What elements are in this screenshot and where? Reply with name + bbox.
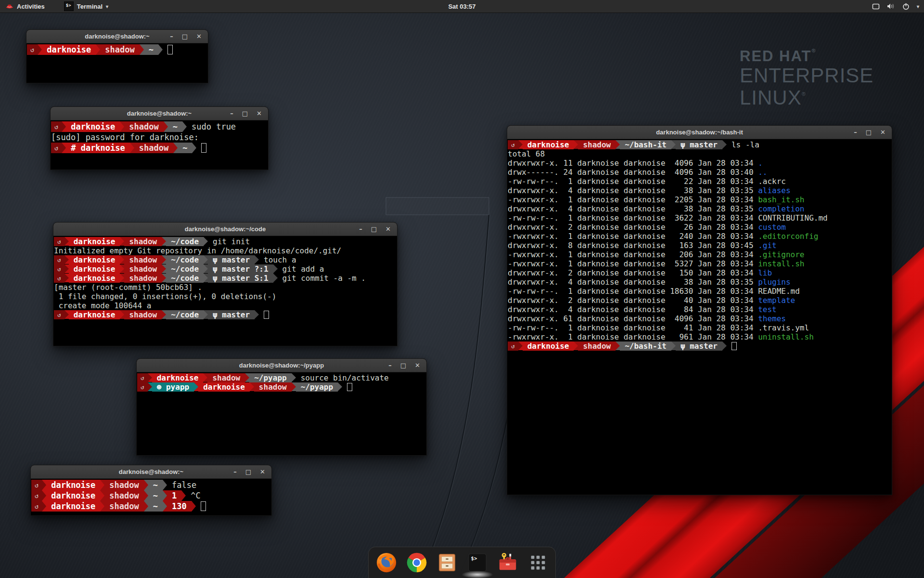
minimize-button[interactable]: – bbox=[388, 359, 392, 372]
prompt-segment-host: shadow bbox=[104, 490, 143, 501]
prompt-segment-path: ~/code bbox=[166, 255, 204, 264]
prompt-segment-host: shadow bbox=[134, 143, 173, 153]
volume-icon[interactable] bbox=[887, 3, 895, 10]
os-logo-icon: ↺ bbox=[31, 501, 42, 512]
prompt-line: ↺darknoiseshadow~/bash-itψ masterls -la bbox=[508, 140, 892, 149]
minimize-button[interactable]: – bbox=[359, 223, 362, 236]
prompt-segment-path: ~ bbox=[178, 143, 192, 153]
dock-item-app-grid[interactable] bbox=[527, 552, 549, 574]
powerline-separator bbox=[245, 373, 249, 382]
dock-item-chrome[interactable] bbox=[406, 552, 428, 574]
maximize-button[interactable]: □ bbox=[371, 223, 377, 236]
command-text: sudo true bbox=[187, 121, 236, 132]
dock-item-terminal[interactable]: $> bbox=[466, 552, 488, 574]
file-attributes: drwxrwxr-x. 4 darknoise darknoise 38 Jan… bbox=[508, 204, 758, 213]
prompt-segment-host: shadow bbox=[104, 501, 143, 512]
powerline-separator bbox=[144, 480, 148, 490]
prompt-line: ↺⊛ pyappdarknoiseshadow~/pyapp bbox=[137, 382, 426, 392]
powerline-separator bbox=[42, 501, 46, 512]
file-name: install.sh bbox=[758, 259, 804, 268]
prompt-line: ↺darknoiseshadow~ bbox=[27, 44, 208, 55]
power-icon[interactable] bbox=[902, 3, 910, 10]
file-name: .. bbox=[758, 168, 767, 177]
terminal-content[interactable]: ↺darknoiseshadow~/bash-itψ masterls -lat… bbox=[507, 139, 892, 495]
close-button[interactable]: ✕ bbox=[260, 465, 265, 478]
prompt-segment-ret: 130 bbox=[167, 501, 192, 512]
file-name: README.md bbox=[758, 287, 800, 296]
command-text: git add a bbox=[278, 264, 324, 274]
powerline-separator bbox=[162, 310, 166, 319]
command-text: git init bbox=[208, 237, 250, 246]
minimize-button[interactable]: – bbox=[854, 126, 857, 139]
prompt-segment-path: ~/pyapp bbox=[249, 373, 291, 382]
titlebar[interactable]: darknoise@shadow:~/code–□✕ bbox=[53, 223, 397, 236]
prompt-line: ↺darknoiseshadow~/bash-itψ master bbox=[508, 342, 892, 351]
terminal-window[interactable]: darknoise@shadow:~–□✕↺darknoiseshadow~fa… bbox=[30, 465, 272, 516]
powerline-separator bbox=[338, 382, 342, 391]
display-icon[interactable] bbox=[872, 3, 880, 10]
close-button[interactable]: ✕ bbox=[385, 223, 391, 236]
clock[interactable]: Sat 03:57 bbox=[0, 3, 924, 10]
terminal-window[interactable]: darknoise@shadow:~/code–□✕↺darknoiseshad… bbox=[53, 222, 398, 346]
file-cabinet-icon bbox=[436, 552, 458, 574]
chevron-down-icon[interactable]: ▾ bbox=[917, 4, 919, 9]
terminal-content[interactable]: ↺darknoiseshadow~/pyappsource bin/activa… bbox=[137, 372, 426, 455]
terminal-window[interactable]: darknoise@shadow:~/pyapp–□✕↺darknoisesha… bbox=[136, 358, 427, 456]
output-text: [sudo] password for darknoise: bbox=[51, 132, 199, 143]
prompt-segment-host: shadow bbox=[124, 264, 162, 274]
maximize-button[interactable]: □ bbox=[245, 465, 251, 478]
prompt-line: ↺darknoiseshadow~/codeψ mastertouch a bbox=[54, 255, 397, 264]
close-button[interactable]: ✕ bbox=[257, 107, 262, 120]
prompt-segment-path: ~/bash-it bbox=[620, 140, 671, 149]
close-button[interactable]: ✕ bbox=[196, 30, 202, 43]
prompt-line: ↺darknoiseshadow~sudo true bbox=[51, 121, 268, 132]
window-controls: –□✕ bbox=[359, 223, 397, 236]
command-text: touch a bbox=[259, 255, 296, 264]
titlebar[interactable]: darknoise@shadow:~–□✕ bbox=[51, 107, 268, 120]
close-button[interactable]: ✕ bbox=[415, 359, 420, 372]
powerline-separator bbox=[148, 382, 152, 391]
powerline-separator bbox=[42, 490, 46, 501]
terminal-window[interactable]: darknoise@shadow:~–□✕↺darknoiseshadow~ bbox=[26, 29, 208, 83]
powerline-separator bbox=[64, 264, 69, 273]
terminal-content[interactable]: ↺darknoiseshadow~false↺darknoiseshadow~1… bbox=[31, 479, 271, 515]
dock-item-toolbox[interactable] bbox=[497, 552, 519, 574]
os-logo-icon: ↺ bbox=[54, 255, 64, 264]
window-controls: –□✕ bbox=[854, 126, 892, 139]
dock-item-files[interactable] bbox=[436, 552, 458, 574]
output-text: total 68 bbox=[508, 149, 545, 158]
titlebar[interactable]: darknoise@shadow:~–□✕ bbox=[26, 30, 208, 43]
maximize-button[interactable]: □ bbox=[866, 126, 872, 139]
minimize-button[interactable]: – bbox=[233, 465, 237, 478]
titlebar[interactable]: darknoise@shadow:~/bash-it–□✕ bbox=[507, 126, 892, 139]
close-button[interactable]: ✕ bbox=[880, 126, 886, 139]
powerline-separator bbox=[64, 310, 69, 319]
prompt-line: ↺darknoiseshadow~130 bbox=[31, 501, 271, 512]
output-text: create mode 100644 a bbox=[54, 301, 151, 310]
terminal-window[interactable]: darknoise@shadow:~/bash-it–□✕↺darknoises… bbox=[507, 125, 892, 495]
terminal-window[interactable]: darknoise@shadow:~–□✕↺darknoiseshadow~su… bbox=[50, 106, 269, 170]
prompt-segment-host: shadow bbox=[124, 255, 162, 264]
file-attributes: drwxrwxr-x. 2 darknoise darknoise 150 Ja… bbox=[508, 268, 758, 277]
titlebar[interactable]: darknoise@shadow:~/pyapp–□✕ bbox=[137, 359, 426, 372]
dock-item-firefox[interactable] bbox=[375, 552, 398, 574]
terminal-content[interactable]: ↺darknoiseshadow~/codegit initInitialize… bbox=[53, 236, 397, 346]
minimize-button[interactable]: – bbox=[230, 107, 233, 120]
prompt-line: ↺darknoiseshadow~/codeψ master S:1git co… bbox=[54, 274, 397, 283]
ls-row: -rwxrwxr-x. 1 darknoise darknoise 961 Ja… bbox=[508, 332, 892, 342]
titlebar[interactable]: darknoise@shadow:~–□✕ bbox=[31, 465, 271, 479]
maximize-button[interactable]: □ bbox=[242, 107, 248, 120]
maximize-button[interactable]: □ bbox=[400, 359, 406, 372]
prompt-segment-host: shadow bbox=[207, 373, 245, 382]
file-attributes: -rwxrwxr-x. 1 darknoise darknoise 2205 J… bbox=[508, 195, 758, 204]
file-attributes: drwxrwxr-x. 4 darknoise darknoise 84 Jan… bbox=[508, 305, 758, 314]
os-logo-icon: ↺ bbox=[137, 382, 148, 392]
file-name: .editorconfig bbox=[758, 232, 818, 241]
powerline-separator bbox=[120, 237, 124, 246]
prompt-segment-user: darknoise bbox=[198, 382, 250, 392]
minimize-button[interactable]: – bbox=[170, 30, 173, 43]
maximize-button[interactable]: □ bbox=[182, 30, 188, 43]
terminal-content[interactable]: ↺darknoiseshadow~sudo true[sudo] passwor… bbox=[51, 120, 268, 170]
terminal-content[interactable]: ↺darknoiseshadow~ bbox=[26, 43, 208, 83]
powerline-separator bbox=[64, 274, 69, 282]
